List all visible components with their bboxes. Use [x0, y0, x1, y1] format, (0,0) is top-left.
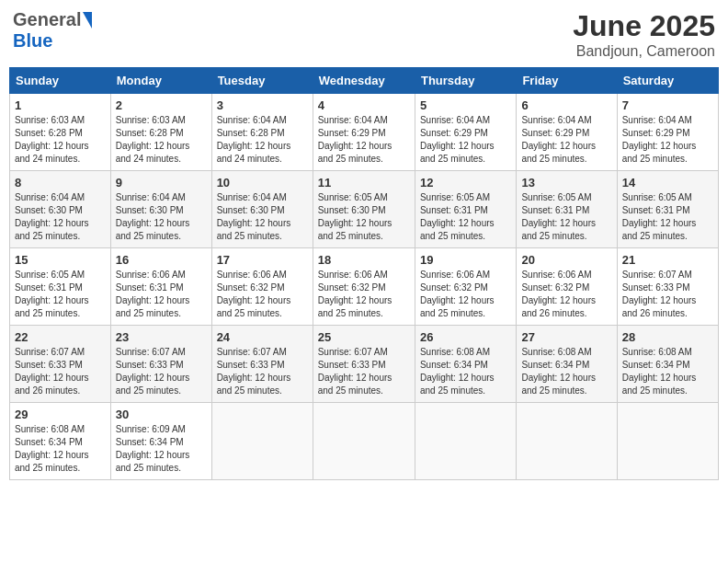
day-number: 22: [15, 330, 106, 344]
day-info: Sunrise: 6:08 AMSunset: 6:34 PMDaylight:…: [622, 346, 713, 397]
week-row-1: 1Sunrise: 6:03 AMSunset: 6:28 PMDaylight…: [10, 94, 719, 171]
day-info: Sunrise: 6:09 AMSunset: 6:34 PMDaylight:…: [116, 423, 207, 475]
calendar-cell: 21Sunrise: 6:07 AMSunset: 6:33 PMDayligh…: [617, 248, 718, 326]
calendar-cell: [313, 403, 415, 480]
calendar-cell: 1Sunrise: 6:03 AMSunset: 6:28 PMDaylight…: [10, 94, 111, 171]
calendar-cell: [415, 403, 516, 480]
day-info: Sunrise: 6:07 AMSunset: 6:33 PMDaylight:…: [15, 346, 106, 397]
day-info: Sunrise: 6:06 AMSunset: 6:32 PMDaylight:…: [420, 269, 511, 320]
calendar-header-row: Sunday Monday Tuesday Wednesday Thursday…: [10, 68, 719, 94]
day-info: Sunrise: 6:03 AMSunset: 6:28 PMDaylight:…: [116, 114, 207, 166]
day-info: Sunrise: 6:05 AMSunset: 6:31 PMDaylight:…: [15, 269, 106, 320]
week-row-4: 22Sunrise: 6:07 AMSunset: 6:33 PMDayligh…: [10, 326, 719, 403]
day-number: 9: [116, 176, 207, 190]
day-number: 30: [116, 408, 207, 421]
page-header: General Blue June 2025 Bandjoun, Cameroo…: [9, 9, 719, 60]
calendar-cell: 20Sunrise: 6:06 AMSunset: 6:32 PMDayligh…: [517, 248, 617, 326]
day-number: 7: [622, 98, 713, 112]
logo-icon: [83, 12, 92, 29]
calendar-cell: 6Sunrise: 6:04 AMSunset: 6:29 PMDaylight…: [517, 94, 617, 171]
day-number: 27: [521, 330, 611, 344]
day-info: Sunrise: 6:07 AMSunset: 6:33 PMDaylight:…: [217, 346, 308, 397]
day-number: 28: [622, 330, 713, 344]
calendar-cell: 30Sunrise: 6:09 AMSunset: 6:34 PMDayligh…: [110, 403, 211, 480]
calendar-cell: 22Sunrise: 6:07 AMSunset: 6:33 PMDayligh…: [10, 326, 111, 403]
day-number: 2: [116, 98, 207, 112]
calendar-cell: 7Sunrise: 6:04 AMSunset: 6:29 PMDaylight…: [617, 94, 718, 171]
day-number: 12: [420, 176, 511, 190]
calendar-cell: 5Sunrise: 6:04 AMSunset: 6:29 PMDaylight…: [415, 94, 516, 171]
day-info: Sunrise: 6:04 AMSunset: 6:28 PMDaylight:…: [217, 114, 308, 166]
calendar-cell: 9Sunrise: 6:04 AMSunset: 6:30 PMDaylight…: [110, 171, 211, 248]
week-row-2: 8Sunrise: 6:04 AMSunset: 6:30 PMDaylight…: [10, 171, 719, 248]
col-thursday: Thursday: [415, 68, 516, 94]
col-wednesday: Wednesday: [313, 68, 415, 94]
day-info: Sunrise: 6:04 AMSunset: 6:29 PMDaylight:…: [521, 114, 611, 166]
day-info: Sunrise: 6:04 AMSunset: 6:29 PMDaylight:…: [622, 114, 713, 166]
calendar-cell: 8Sunrise: 6:04 AMSunset: 6:30 PMDaylight…: [10, 171, 111, 248]
day-number: 26: [420, 330, 511, 344]
calendar-cell: 12Sunrise: 6:05 AMSunset: 6:31 PMDayligh…: [415, 171, 516, 248]
title-area: June 2025 Bandjoun, Cameroon: [573, 9, 715, 60]
col-sunday: Sunday: [10, 68, 111, 94]
day-number: 5: [420, 98, 511, 112]
day-number: 19: [420, 253, 511, 267]
logo-general: General: [13, 9, 81, 30]
day-number: 13: [521, 176, 611, 190]
day-number: 14: [622, 176, 713, 190]
day-info: Sunrise: 6:04 AMSunset: 6:29 PMDaylight:…: [420, 114, 511, 166]
calendar-cell: 28Sunrise: 6:08 AMSunset: 6:34 PMDayligh…: [617, 326, 718, 403]
day-info: Sunrise: 6:03 AMSunset: 6:28 PMDaylight:…: [15, 114, 106, 166]
calendar-cell: 27Sunrise: 6:08 AMSunset: 6:34 PMDayligh…: [517, 326, 617, 403]
calendar-cell: 24Sunrise: 6:07 AMSunset: 6:33 PMDayligh…: [211, 326, 313, 403]
calendar-cell: 15Sunrise: 6:05 AMSunset: 6:31 PMDayligh…: [10, 248, 111, 326]
day-info: Sunrise: 6:05 AMSunset: 6:31 PMDaylight:…: [420, 191, 511, 243]
calendar-cell: 29Sunrise: 6:08 AMSunset: 6:34 PMDayligh…: [10, 403, 111, 480]
day-info: Sunrise: 6:05 AMSunset: 6:30 PMDaylight:…: [318, 191, 410, 243]
day-info: Sunrise: 6:04 AMSunset: 6:30 PMDaylight:…: [15, 191, 106, 243]
calendar-cell: [211, 403, 313, 480]
day-info: Sunrise: 6:07 AMSunset: 6:33 PMDaylight:…: [318, 346, 410, 397]
day-info: Sunrise: 6:07 AMSunset: 6:33 PMDaylight:…: [116, 346, 207, 397]
calendar-cell: 11Sunrise: 6:05 AMSunset: 6:30 PMDayligh…: [313, 171, 415, 248]
day-number: 10: [217, 176, 308, 190]
day-number: 6: [521, 98, 611, 112]
day-info: Sunrise: 6:08 AMSunset: 6:34 PMDaylight:…: [420, 346, 511, 397]
day-number: 29: [15, 408, 106, 421]
day-info: Sunrise: 6:04 AMSunset: 6:30 PMDaylight:…: [217, 191, 308, 243]
month-title: June 2025: [573, 9, 715, 43]
logo: General Blue: [13, 9, 92, 52]
col-monday: Monday: [110, 68, 211, 94]
calendar-cell: 3Sunrise: 6:04 AMSunset: 6:28 PMDaylight…: [211, 94, 313, 171]
calendar-cell: 25Sunrise: 6:07 AMSunset: 6:33 PMDayligh…: [313, 326, 415, 403]
calendar-cell: [617, 403, 718, 480]
calendar-cell: 2Sunrise: 6:03 AMSunset: 6:28 PMDaylight…: [110, 94, 211, 171]
calendar-cell: 17Sunrise: 6:06 AMSunset: 6:32 PMDayligh…: [211, 248, 313, 326]
day-number: 15: [15, 253, 106, 267]
calendar-cell: 10Sunrise: 6:04 AMSunset: 6:30 PMDayligh…: [211, 171, 313, 248]
day-number: 24: [217, 330, 308, 344]
day-number: 11: [318, 176, 410, 190]
day-info: Sunrise: 6:08 AMSunset: 6:34 PMDaylight:…: [15, 423, 106, 475]
calendar-cell: 19Sunrise: 6:06 AMSunset: 6:32 PMDayligh…: [415, 248, 516, 326]
calendar-cell: 23Sunrise: 6:07 AMSunset: 6:33 PMDayligh…: [110, 326, 211, 403]
day-info: Sunrise: 6:05 AMSunset: 6:31 PMDaylight:…: [521, 191, 611, 243]
day-info: Sunrise: 6:07 AMSunset: 6:33 PMDaylight:…: [622, 269, 713, 320]
day-info: Sunrise: 6:04 AMSunset: 6:30 PMDaylight:…: [116, 191, 207, 243]
day-info: Sunrise: 6:05 AMSunset: 6:31 PMDaylight:…: [622, 191, 713, 243]
day-info: Sunrise: 6:06 AMSunset: 6:32 PMDaylight:…: [217, 269, 308, 320]
calendar-cell: 26Sunrise: 6:08 AMSunset: 6:34 PMDayligh…: [415, 326, 516, 403]
calendar-cell: 16Sunrise: 6:06 AMSunset: 6:31 PMDayligh…: [110, 248, 211, 326]
day-number: 4: [318, 98, 410, 112]
day-number: 18: [318, 253, 410, 267]
col-friday: Friday: [517, 68, 617, 94]
day-number: 25: [318, 330, 410, 344]
logo-blue: Blue: [13, 30, 52, 52]
day-number: 23: [116, 330, 207, 344]
col-saturday: Saturday: [617, 68, 718, 94]
location: Bandjoun, Cameroon: [573, 43, 715, 60]
day-number: 3: [217, 98, 308, 112]
day-info: Sunrise: 6:08 AMSunset: 6:34 PMDaylight:…: [521, 346, 611, 397]
day-number: 21: [622, 253, 713, 267]
col-tuesday: Tuesday: [211, 68, 313, 94]
